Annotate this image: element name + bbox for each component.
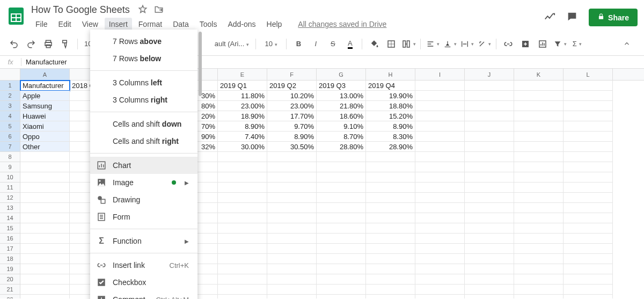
cell-I16[interactable] — [415, 234, 465, 244]
cell-L11[interactable] — [564, 183, 613, 193]
move-icon[interactable] — [154, 4, 164, 16]
row-header-4[interactable]: 4 — [0, 111, 20, 121]
cell-K1[interactable] — [514, 81, 564, 91]
cell-F13[interactable] — [267, 203, 317, 213]
cell-L19[interactable] — [564, 264, 613, 274]
col-header-H[interactable]: H — [366, 69, 415, 80]
cell-L3[interactable] — [564, 101, 613, 111]
cell-G5[interactable]: 9.10% — [317, 121, 366, 132]
row-header-9[interactable]: 9 — [0, 162, 20, 172]
fill-color-icon[interactable] — [367, 37, 382, 52]
cell-K3[interactable] — [514, 101, 564, 111]
cell-H14[interactable] — [366, 213, 415, 223]
cell-K18[interactable] — [514, 254, 564, 264]
cell-A15[interactable] — [20, 223, 70, 234]
cell-F2[interactable]: 10.20% — [267, 91, 317, 101]
cell-I9[interactable] — [415, 162, 465, 172]
save-status[interactable]: All changes saved in Drive — [298, 20, 386, 28]
select-all-corner[interactable] — [0, 69, 20, 80]
menu-item-form[interactable]: Form — [90, 208, 197, 225]
cell-K12[interactable] — [514, 193, 564, 203]
cell-K13[interactable] — [514, 203, 564, 213]
row-header-21[interactable]: 21 — [0, 285, 20, 295]
cell-H12[interactable] — [366, 193, 415, 203]
cell-K11[interactable] — [514, 183, 564, 193]
cell-F16[interactable] — [267, 234, 317, 244]
cell-F21[interactable] — [267, 285, 317, 295]
cell-F8[interactable] — [267, 152, 317, 162]
cell-K10[interactable] — [514, 172, 564, 183]
cell-E5[interactable]: 8.90% — [218, 121, 267, 132]
menu-item-insert-link[interactable]: Insert linkCtrl+K — [90, 257, 197, 274]
cell-K16[interactable] — [514, 234, 564, 244]
undo-icon[interactable] — [6, 37, 21, 52]
text-color-icon[interactable]: A — [342, 37, 357, 52]
cell-J20[interactable] — [465, 274, 514, 285]
cell-I12[interactable] — [415, 193, 465, 203]
cell-H15[interactable] — [366, 223, 415, 234]
cell-E17[interactable] — [218, 244, 267, 254]
star-icon[interactable] — [138, 4, 148, 16]
menu-add-ons[interactable]: Add-ons — [223, 18, 260, 31]
cell-G3[interactable]: 21.80% — [317, 101, 366, 111]
cell-L20[interactable] — [564, 274, 613, 285]
cell-K15[interactable] — [514, 223, 564, 234]
cell-H8[interactable] — [366, 152, 415, 162]
cell-G19[interactable] — [317, 264, 366, 274]
cell-L12[interactable] — [564, 193, 613, 203]
col-header-F[interactable]: F — [267, 69, 317, 80]
cell-H17[interactable] — [366, 244, 415, 254]
cell-I13[interactable] — [415, 203, 465, 213]
cell-H9[interactable] — [366, 162, 415, 172]
cell-I20[interactable] — [415, 274, 465, 285]
cell-E2[interactable]: 11.80% — [218, 91, 267, 101]
cell-G7[interactable]: 28.80% — [317, 142, 366, 152]
menu-insert[interactable]: Insert — [105, 18, 132, 31]
cell-I2[interactable] — [415, 91, 465, 101]
cell-A8[interactable] — [20, 152, 70, 162]
col-header-K[interactable]: K — [514, 69, 564, 80]
col-header-J[interactable]: J — [465, 69, 514, 80]
row-header-7[interactable]: 7 — [0, 142, 20, 152]
cell-A22[interactable] — [20, 295, 70, 298]
cell-G2[interactable]: 13.00% — [317, 91, 366, 101]
wrap-icon[interactable] — [459, 37, 474, 52]
cell-H10[interactable] — [366, 172, 415, 183]
share-button[interactable]: Share — [589, 9, 638, 26]
v-align-icon[interactable] — [442, 37, 457, 52]
menu-file[interactable]: File — [31, 18, 52, 31]
cell-J3[interactable] — [465, 101, 514, 111]
cell-E4[interactable]: 18.90% — [218, 111, 267, 121]
cell-L13[interactable] — [564, 203, 613, 213]
cell-A17[interactable] — [20, 244, 70, 254]
cell-F17[interactable] — [267, 244, 317, 254]
cell-E8[interactable] — [218, 152, 267, 162]
cell-L5[interactable] — [564, 121, 613, 132]
insert-link-icon[interactable] — [501, 37, 516, 52]
borders-icon[interactable] — [384, 37, 399, 52]
cell-I21[interactable] — [415, 285, 465, 295]
insert-chart-icon[interactable] — [535, 37, 550, 52]
cell-H19[interactable] — [366, 264, 415, 274]
cell-L2[interactable] — [564, 91, 613, 101]
cell-I17[interactable] — [415, 244, 465, 254]
cell-K21[interactable] — [514, 285, 564, 295]
cell-I4[interactable] — [415, 111, 465, 121]
strikethrough-icon[interactable]: S — [325, 37, 340, 52]
row-header-2[interactable]: 2 — [0, 91, 20, 101]
cell-G18[interactable] — [317, 254, 366, 264]
row-header-6[interactable]: 6 — [0, 132, 20, 142]
row-header-10[interactable]: 10 — [0, 172, 20, 183]
cell-J11[interactable] — [465, 183, 514, 193]
cell-G16[interactable] — [317, 234, 366, 244]
cell-I7[interactable] — [415, 142, 465, 152]
menu-item-left[interactable]: 3 Columns left — [90, 74, 197, 91]
cell-J22[interactable] — [465, 295, 514, 298]
row-header-3[interactable]: 3 — [0, 101, 20, 111]
cell-E3[interactable]: 23.00% — [218, 101, 267, 111]
cell-L17[interactable] — [564, 244, 613, 254]
cell-K9[interactable] — [514, 162, 564, 172]
filter-icon[interactable] — [552, 37, 567, 52]
cell-E11[interactable] — [218, 183, 267, 193]
insert-comment-icon[interactable] — [518, 37, 533, 52]
